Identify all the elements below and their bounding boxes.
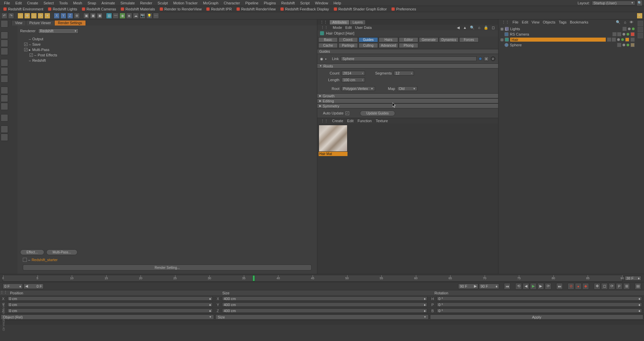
nav-home-icon[interactable]: ⌂ [478,26,480,30]
tree-posteffects[interactable]: ✓–Post Effects [20,52,314,58]
rs-tag-icon[interactable] [631,32,635,36]
soft-select[interactable] [1,95,8,102]
tree-item-camera[interactable]: RS Camera [500,32,635,37]
checkbox-icon[interactable]: ✓ [24,43,28,46]
next-key-button[interactable]: ⟳ [545,283,551,290]
root-select[interactable]: Polygon Vertex▼ [341,86,375,91]
mat-menu-edit[interactable]: Edit [347,119,354,123]
ptab-dynamics[interactable]: Dynamics [439,37,459,42]
attr-menu-mode[interactable]: Mode [333,26,342,30]
light-tool[interactable]: 💡 [146,13,152,19]
render-settings-btn[interactable]: ▣ [97,13,103,19]
renderer-select[interactable]: Redshift▼ [38,29,78,34]
y-axis-lock[interactable]: Y [60,13,66,19]
rs-render-to-view[interactable]: Render to RenderView [158,7,204,11]
current-frame-field[interactable]: 38 F♦ [625,276,641,281]
om-search-icon[interactable]: 🔍 [616,20,621,25]
render-setting-button[interactable]: Render Setting... [23,264,312,271]
menu-select[interactable]: Select [41,0,57,6]
size-z-input[interactable]: 400 cm♦ [222,308,427,313]
nav-search-icon[interactable]: 🔍 [470,26,475,30]
layer-tag-icon[interactable] [612,32,616,36]
menu-motion-tracker[interactable]: Motion Tracker [170,0,200,6]
layout-select[interactable]: Startup (User)▼ [592,1,635,5]
polygon-mode[interactable] [1,75,8,83]
menu-create[interactable]: Create [24,0,41,6]
mat-menu-texture[interactable]: Texture [376,119,388,123]
om-eye-icon[interactable]: 👁 [630,20,633,24]
menu-edit[interactable]: Edit [13,0,24,6]
search-icon[interactable]: 🔍 [637,0,643,6]
menu-sculpt[interactable]: Sculpt [155,0,171,6]
tag-icon[interactable] [612,38,616,42]
pos-y-input[interactable]: 0 cm♦ [7,302,213,307]
apply-button[interactable]: Apply [430,314,643,320]
attr-menu-edit[interactable]: Edit [345,26,352,30]
visibility-toggle[interactable] [621,38,624,41]
tree-item-lights[interactable]: ⊞L Lights [500,26,635,32]
rot-p-input[interactable]: 0 °♦ [437,302,642,307]
tab-attributes[interactable]: Attributes [329,20,350,25]
map-select[interactable]: Old▼ [397,86,417,91]
goto-end-button[interactable]: ⏭ [556,283,563,290]
om-tags[interactable]: Tags [559,20,567,24]
pla-key-button[interactable]: ⊞ [623,283,630,290]
link-radio-icon[interactable]: ◉ [320,57,323,61]
tree-redshift[interactable]: –Redshift [20,58,314,63]
end-frame-field[interactable]: 90 F♦ [479,284,499,289]
deformer-tool[interactable]: ◈ [126,13,132,19]
dock-btn-3[interactable] [638,33,643,38]
timeline[interactable]: 051015202530354045505560657075808590 38 … [0,274,644,282]
x-axis-lock[interactable]: X [54,13,60,19]
menu-simulate[interactable]: Simulate [118,0,138,6]
texture-mode[interactable] [1,40,8,47]
menu-character[interactable]: Character [221,0,243,6]
hair-material-tag-icon[interactable] [625,38,629,42]
preview-start-field[interactable]: ◀0 F [23,284,44,289]
redo-button[interactable]: ↷ [8,13,14,19]
record-button[interactable]: ⊘ [568,283,574,290]
generator-tool[interactable]: ◉ [119,13,125,19]
menu-mograph[interactable]: MoGraph [200,0,221,6]
timeline-scale[interactable]: 051015202530354045505560657075808590 [3,275,623,282]
tag-icon[interactable] [617,32,621,36]
ptab-advanced[interactable]: Advanced [379,43,398,48]
material-name[interactable]: Hair Mat [319,152,347,156]
size-x-input[interactable]: 400 cm♦ [222,296,427,301]
section-growth[interactable]: ▶Growth [317,93,498,98]
edge-mode[interactable] [1,67,8,75]
ptab-culling[interactable]: Culling [359,43,378,48]
timeline-playhead[interactable] [253,275,255,281]
om-edit[interactable]: Edit [522,20,528,24]
update-guides-button[interactable]: Update Guides [360,110,395,116]
ptab-phong[interactable]: Phong [399,43,418,48]
tree-item-hair[interactable]: ⊟ Hair [500,37,635,42]
menu-render[interactable]: Render [138,0,155,6]
tree-item-sphere[interactable]: Sphere [500,42,635,48]
material-swatch[interactable]: Hair Mat [319,125,347,156]
rs-ipr[interactable]: Redshift IPR [204,7,234,11]
om-objects[interactable]: Objects [543,20,555,24]
tab-picture-viewer[interactable]: Picture Viewer [26,20,55,26]
undo-button[interactable]: ↶ [1,13,7,19]
tree-output[interactable]: –Output [20,36,314,42]
multipass-button[interactable]: Multi-Pass... [46,249,77,255]
visibility-toggle[interactable] [632,28,635,30]
autokey-button[interactable]: ● [575,283,582,290]
tree-save[interactable]: ✓–Save [20,42,314,47]
rs-environment[interactable]: Redshift Environment [1,7,45,11]
link-clear-icon[interactable]: ⊘ [491,56,495,61]
om-view[interactable]: View [532,20,540,24]
menu-pipeline[interactable]: Pipeline [243,0,261,6]
axis-mode[interactable] [1,87,8,94]
section-editing[interactable]: ▶Editing [317,98,498,103]
tree-multipass[interactable]: ✓▸Multi-Pass [20,47,314,52]
dock-btn-1[interactable] [638,21,643,26]
menu-window[interactable]: Window [312,0,331,6]
phong-tag-icon[interactable] [631,43,635,47]
mat-menu-create[interactable]: Create [332,119,343,123]
ptab-basic[interactable]: Basic [318,37,338,42]
checkbox-icon[interactable]: ✓ [30,53,33,57]
effect-button[interactable]: Effect... [20,249,44,255]
goto-start-button[interactable]: ⏮ [504,283,511,290]
